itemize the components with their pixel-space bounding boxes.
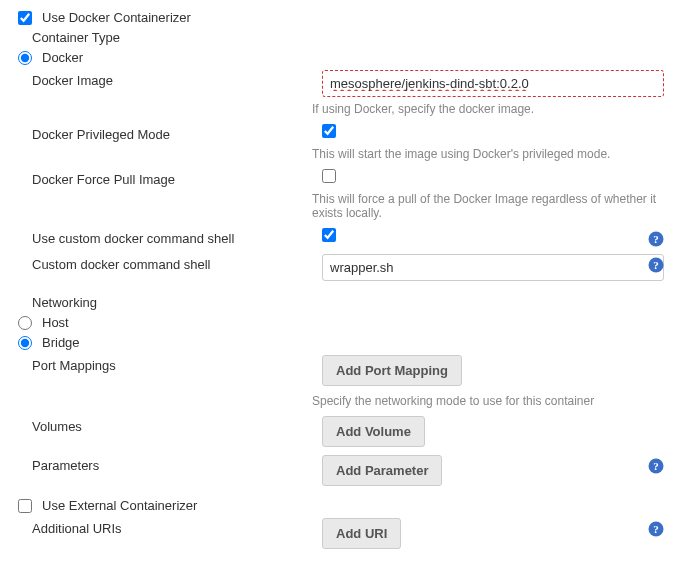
container-type-label: Container Type	[32, 30, 120, 45]
use-custom-shell-label: Use custom docker command shell	[32, 231, 234, 246]
use-external-containerizer-checkbox[interactable]	[18, 499, 32, 513]
add-parameter-button[interactable]: Add Parameter	[322, 455, 442, 486]
add-uri-button[interactable]: Add URI	[322, 518, 401, 549]
add-volume-button[interactable]: Add Volume	[322, 416, 425, 447]
use-docker-containerizer-label: Use Docker Containerizer	[42, 10, 191, 25]
svg-text:?: ?	[653, 460, 659, 472]
networking-bridge-radio[interactable]	[18, 336, 32, 350]
use-custom-shell-checkbox[interactable]	[322, 228, 336, 242]
networking-host-radio[interactable]	[18, 316, 32, 330]
force-pull-hint: This will force a pull of the Docker Ima…	[312, 192, 662, 220]
use-docker-containerizer-checkbox[interactable]	[18, 11, 32, 25]
svg-text:?: ?	[653, 233, 659, 245]
parameters-label: Parameters	[32, 458, 99, 473]
svg-text:?: ?	[653, 523, 659, 535]
networking-label: Networking	[32, 295, 97, 310]
volumes-label: Volumes	[32, 419, 82, 434]
help-icon[interactable]: ?	[648, 458, 664, 474]
docker-image-label: Docker Image	[32, 73, 113, 88]
custom-shell-input[interactable]	[322, 254, 664, 281]
help-icon[interactable]: ?	[648, 231, 664, 247]
privileged-mode-hint: This will start the image using Docker's…	[312, 147, 664, 161]
additional-uris-label: Additional URIs	[32, 521, 122, 536]
docker-image-input[interactable]	[322, 70, 664, 97]
privileged-mode-label: Docker Privileged Mode	[32, 127, 170, 142]
force-pull-checkbox[interactable]	[322, 169, 336, 183]
add-port-mapping-button[interactable]: Add Port Mapping	[322, 355, 462, 386]
port-mappings-label: Port Mappings	[32, 358, 116, 373]
custom-shell-label: Custom docker command shell	[32, 257, 210, 272]
container-type-docker-radio[interactable]	[18, 51, 32, 65]
networking-bridge-label: Bridge	[42, 335, 80, 350]
networking-host-label: Host	[42, 315, 69, 330]
force-pull-label: Docker Force Pull Image	[32, 172, 175, 187]
use-external-containerizer-label: Use External Containerizer	[42, 498, 197, 513]
container-type-docker-label: Docker	[42, 50, 83, 65]
port-mappings-hint: Specify the networking mode to use for t…	[312, 394, 664, 408]
svg-text:?: ?	[653, 259, 659, 271]
help-icon[interactable]: ?	[648, 257, 664, 273]
docker-image-hint: If using Docker, specify the docker imag…	[312, 102, 664, 116]
privileged-mode-checkbox[interactable]	[322, 124, 336, 138]
help-icon[interactable]: ?	[648, 521, 664, 537]
